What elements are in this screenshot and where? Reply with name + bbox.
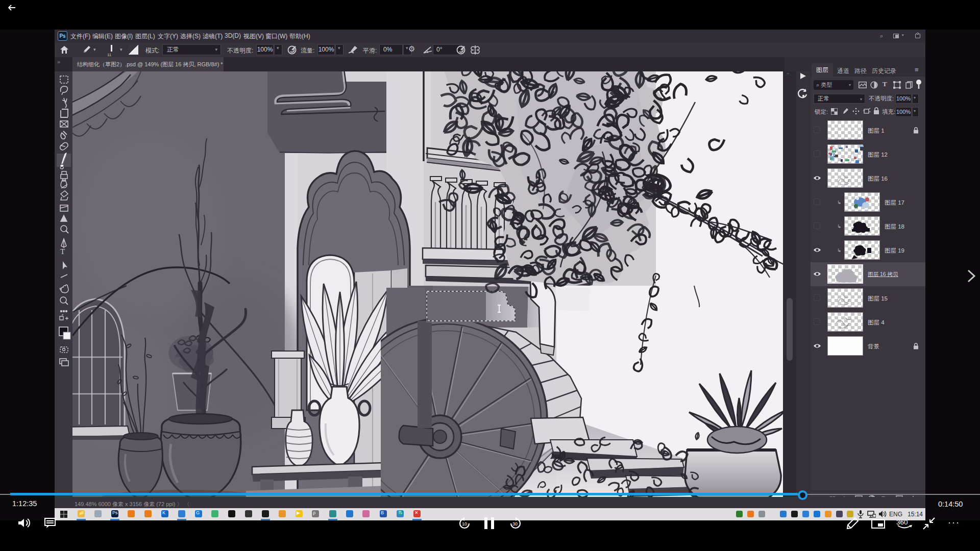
svg-text:T: T: [60, 247, 65, 256]
svg-text:10: 10: [462, 521, 467, 527]
svg-text:30: 30: [512, 521, 518, 527]
